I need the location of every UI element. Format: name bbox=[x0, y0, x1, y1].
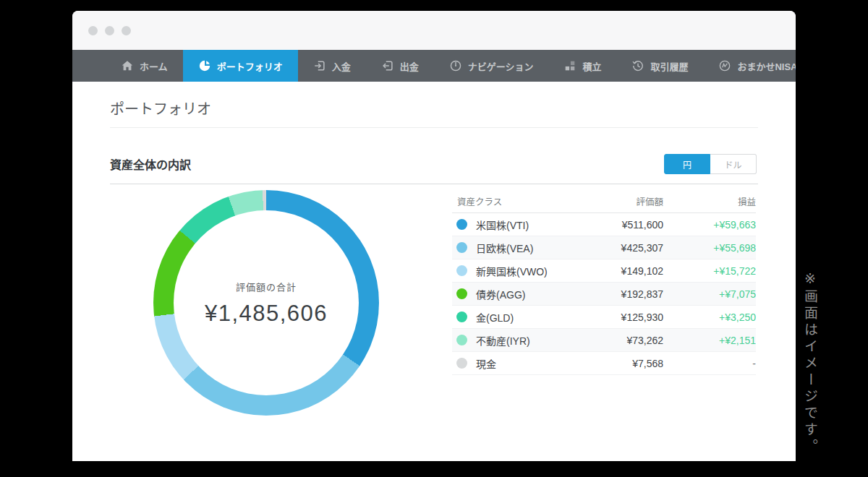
nav-item-history[interactable]: 取引履歴 bbox=[616, 50, 703, 82]
asset-profit: - bbox=[663, 358, 756, 369]
window-control-icon[interactable] bbox=[122, 26, 131, 35]
asset-profit: +¥3,250 bbox=[663, 311, 756, 323]
window-control-icon[interactable] bbox=[88, 26, 98, 35]
asset-donut-chart: 評価額の合計 ¥1,485,606 bbox=[153, 190, 379, 416]
asset-row: 米国株(VTI)¥511,600+¥59,663 bbox=[452, 213, 756, 236]
asset-row: 現金¥7,568- bbox=[452, 352, 756, 375]
nav-item-label: 入金 bbox=[332, 59, 351, 73]
asset-valuation: ¥7,568 bbox=[579, 358, 663, 369]
wealthnavi-icon bbox=[718, 59, 731, 72]
page-title: ポートフォリオ bbox=[110, 98, 211, 119]
asset-row: 不動産(IYR)¥73,262+¥2,151 bbox=[452, 329, 756, 352]
asset-label: 不動産(IYR) bbox=[476, 333, 530, 348]
screen: ホームポートフォリオ入金出金ナビゲーション積立取引履歴おまかせNISA ポートフ… bbox=[0, 0, 868, 477]
nav-item-label: ホーム bbox=[140, 59, 168, 73]
asset-valuation: ¥149,102 bbox=[579, 265, 663, 277]
nav-item-deposit[interactable]: 入金 bbox=[298, 50, 366, 82]
nav-item-home[interactable]: ホーム bbox=[106, 50, 183, 82]
withdraw-icon bbox=[381, 59, 394, 72]
donut-center-label: 評価額の合計 bbox=[236, 280, 297, 293]
asset-label: 金(GLD) bbox=[476, 310, 514, 325]
currency-toggle: 円 ドル bbox=[664, 154, 757, 174]
asset-label: 現金 bbox=[476, 356, 496, 371]
gauge-icon bbox=[449, 59, 462, 72]
asset-label: 新興国株(VWO) bbox=[476, 264, 548, 278]
window-titlebar bbox=[72, 11, 796, 50]
asset-color-dot-icon bbox=[456, 242, 467, 253]
nav-item-label: ポートフォリオ bbox=[217, 59, 283, 73]
pie-chart-icon bbox=[198, 59, 211, 72]
watermark-note: ※画面はイメージです。 bbox=[800, 270, 820, 455]
currency-dollar-button[interactable]: ドル bbox=[710, 154, 757, 174]
asset-table-body: 米国株(VTI)¥511,600+¥59,663日欧株(VEA)¥425,307… bbox=[452, 213, 756, 375]
nav-item-withdraw[interactable]: 出金 bbox=[366, 50, 434, 82]
donut-center-value: ¥1,485,606 bbox=[205, 301, 328, 327]
asset-profit: +¥15,722 bbox=[663, 265, 756, 277]
asset-table: 資産クラス 評価額 損益 米国株(VTI)¥511,600+¥59,663日欧株… bbox=[452, 190, 756, 375]
section-header: 資産全体の内訳 円 ドル bbox=[110, 153, 757, 175]
asset-color-dot-icon bbox=[456, 219, 467, 230]
window-control-icon[interactable] bbox=[105, 26, 114, 35]
asset-label: 日欧株(VEA) bbox=[476, 241, 533, 255]
column-header-asset-class: 資産クラス bbox=[452, 194, 579, 208]
home-icon bbox=[121, 59, 134, 72]
asset-label: 債券(AGG) bbox=[476, 287, 525, 301]
asset-color-dot-icon bbox=[456, 265, 467, 276]
donut-center: 評価額の合計 ¥1,485,606 bbox=[174, 210, 359, 395]
divider bbox=[110, 184, 758, 184]
nav-item-portfolio[interactable]: ポートフォリオ bbox=[183, 50, 298, 82]
nav-item-label: 出金 bbox=[400, 59, 419, 73]
blocks-icon bbox=[563, 59, 576, 72]
deposit-icon bbox=[313, 59, 326, 72]
asset-profit: +¥55,698 bbox=[663, 242, 756, 254]
asset-color-dot-icon bbox=[456, 288, 467, 299]
nav-item-label: おまかせNISA bbox=[737, 59, 796, 73]
nav-item-label: ナビゲーション bbox=[468, 59, 534, 73]
asset-color-dot-icon bbox=[456, 335, 467, 345]
asset-row: 金(GLD)¥125,930+¥3,250 bbox=[452, 306, 756, 329]
nav-item-tsumitate[interactable]: 積立 bbox=[548, 50, 616, 82]
currency-yen-button[interactable]: 円 bbox=[664, 154, 710, 174]
asset-color-dot-icon bbox=[456, 358, 467, 369]
asset-valuation: ¥125,930 bbox=[579, 311, 663, 323]
asset-valuation: ¥425,307 bbox=[579, 242, 663, 254]
asset-row: 新興国株(VWO)¥149,102+¥15,722 bbox=[452, 259, 756, 283]
asset-profit: +¥7,075 bbox=[663, 288, 756, 300]
column-header-profit: 損益 bbox=[663, 194, 756, 208]
asset-valuation: ¥511,600 bbox=[579, 219, 663, 231]
nav-item-label: 取引履歴 bbox=[650, 59, 688, 73]
column-header-valuation: 評価額 bbox=[579, 194, 663, 208]
history-icon bbox=[631, 59, 644, 72]
main-navbar: ホームポートフォリオ入金出金ナビゲーション積立取引履歴おまかせNISA bbox=[72, 50, 796, 82]
asset-row: 債券(AGG)¥192,837+¥7,075 bbox=[452, 283, 756, 306]
page-content: ポートフォリオ 資産全体の内訳 円 ドル 評価額の合計 ¥1,485,606 資… bbox=[72, 82, 796, 461]
nav-item-omakase-nisa[interactable]: おまかせNISA bbox=[703, 50, 796, 82]
asset-profit: +¥59,663 bbox=[663, 219, 756, 231]
asset-label: 米国株(VTI) bbox=[476, 218, 529, 232]
asset-table-header: 資産クラス 評価額 損益 bbox=[452, 190, 756, 213]
asset-color-dot-icon bbox=[456, 311, 467, 322]
section-title: 資産全体の内訳 bbox=[110, 155, 191, 173]
asset-row: 日欧株(VEA)¥425,307+¥55,698 bbox=[452, 236, 756, 259]
asset-valuation: ¥192,837 bbox=[579, 288, 663, 300]
browser-window: ホームポートフォリオ入金出金ナビゲーション積立取引履歴おまかせNISA ポートフ… bbox=[72, 11, 796, 461]
nav-item-navigation[interactable]: ナビゲーション bbox=[434, 50, 549, 82]
asset-valuation: ¥73,262 bbox=[579, 335, 663, 346]
divider bbox=[110, 127, 758, 128]
nav-item-label: 積立 bbox=[582, 59, 601, 73]
asset-profit: +¥2,151 bbox=[663, 335, 756, 346]
